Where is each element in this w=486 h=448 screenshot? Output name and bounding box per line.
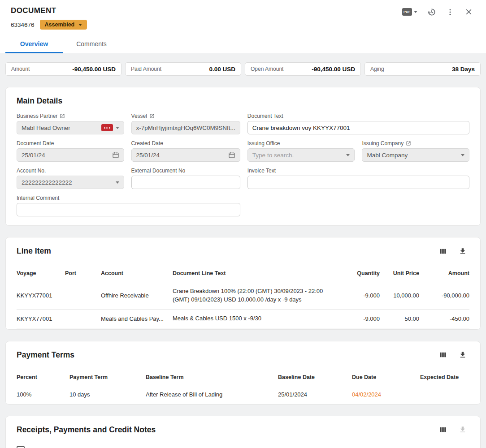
summary-card-aging: Aging 38 Days bbox=[364, 62, 481, 76]
business-partner-select[interactable]: Mabl Head Owner bbox=[17, 121, 124, 134]
col-due-date: Due Date bbox=[352, 364, 420, 386]
document-date-field: Document Date 25/01/24 bbox=[17, 140, 124, 162]
document-date-value: 25/01/24 bbox=[22, 152, 109, 159]
external-document-no-label: External Document No bbox=[131, 168, 186, 174]
download-button[interactable] bbox=[459, 351, 467, 359]
issuing-office-select: Type to search. bbox=[247, 148, 355, 162]
invoice-text-input[interactable] bbox=[247, 176, 469, 189]
payment-terms-row[interactable]: 100% 10 days After Release of Bill of La… bbox=[17, 386, 469, 403]
issuing-company-select: Mabl Company bbox=[362, 148, 469, 162]
download-button-disabled bbox=[459, 426, 467, 434]
column-settings-button[interactable] bbox=[439, 247, 447, 255]
download-icon bbox=[459, 351, 467, 359]
document-text-field: Document Text bbox=[247, 113, 469, 134]
pdf-icon: PDF bbox=[402, 8, 412, 16]
payment-terms-title: Payment Terms bbox=[17, 350, 74, 360]
col-document-line-text: Document Line Text bbox=[173, 260, 339, 282]
cell-payment-term: 10 days bbox=[69, 386, 146, 403]
summary-label: Paid Amount bbox=[131, 66, 161, 72]
business-partner-field: Business Partner Mabl Head Owner bbox=[17, 113, 124, 134]
issuing-office-placeholder: Type to search. bbox=[252, 152, 344, 159]
close-button[interactable] bbox=[464, 7, 473, 17]
external-link-icon[interactable] bbox=[60, 113, 65, 119]
col-expected-date: Expected Date bbox=[420, 364, 469, 386]
line-item-row[interactable]: KKYYX77001 Meals and Cables Pay... Meals… bbox=[17, 309, 469, 328]
vessel-input: x-7pMnHjyjimtxgHOq6WC0M9SNft... bbox=[131, 121, 240, 134]
cell-baseline-date: 25/01/2024 bbox=[278, 386, 352, 403]
issuing-company-field: Issuing Company Mabl Company bbox=[362, 140, 469, 162]
line-item-header-row: Voyage Port Account Document Line Text Q… bbox=[17, 260, 469, 282]
cell-amount: -450.00 bbox=[419, 309, 469, 328]
internal-comment-field: Internal Comment bbox=[17, 195, 240, 216]
document-text-input[interactable] bbox=[247, 121, 469, 134]
main-details-title: Main Details bbox=[17, 96, 469, 106]
summary-cards: Amount -90,450.00 USD Paid Amount 0.00 U… bbox=[5, 62, 481, 76]
columns-icon bbox=[439, 247, 447, 255]
document-text-label: Document Text bbox=[247, 113, 283, 119]
col-baseline-term: Baseline Term bbox=[146, 364, 278, 386]
document-date-input: 25/01/24 bbox=[17, 148, 124, 162]
receipts-section: Receipts, Payments and Credit Notes bbox=[5, 416, 481, 448]
tab-comments[interactable]: Comments bbox=[63, 35, 120, 53]
issuing-company-label: Issuing Company bbox=[362, 140, 404, 146]
document-date-label: Document Date bbox=[17, 140, 54, 146]
header-toolbar: PDF bbox=[402, 7, 475, 17]
document-body: Amount -90,450.00 USD Paid Amount 0.00 U… bbox=[0, 53, 486, 448]
col-amount: Amount bbox=[419, 260, 469, 282]
cell-quantity: -9.000 bbox=[339, 309, 380, 328]
column-settings-button[interactable] bbox=[439, 351, 447, 359]
account-no-value: 222222222222222 bbox=[22, 179, 113, 186]
page-title: DOCUMENT bbox=[11, 6, 56, 15]
history-icon bbox=[427, 8, 436, 17]
chevron-down-icon bbox=[116, 181, 119, 184]
download-icon bbox=[459, 426, 467, 434]
created-date-label: Created Date bbox=[131, 140, 163, 146]
tab-overview[interactable]: Overview bbox=[5, 35, 63, 53]
created-date-value: 25/01/24 bbox=[136, 152, 226, 159]
external-link-icon[interactable] bbox=[149, 113, 155, 119]
calendar-icon bbox=[228, 151, 235, 159]
cell-unit-price: 50.00 bbox=[380, 309, 419, 328]
summary-card-amount: Amount -90,450.00 USD bbox=[5, 62, 122, 76]
close-icon bbox=[464, 7, 473, 17]
summary-value: -90,450.00 USD bbox=[312, 66, 355, 73]
issuing-office-label: Issuing Office bbox=[247, 140, 280, 146]
col-select bbox=[17, 439, 87, 448]
columns-icon bbox=[439, 351, 447, 359]
external-link-icon[interactable] bbox=[406, 141, 411, 146]
account-no-label: Account No. bbox=[17, 168, 46, 174]
external-document-no-input[interactable] bbox=[131, 176, 240, 189]
vessel-label: Vessel bbox=[131, 113, 147, 119]
summary-label: Amount bbox=[11, 66, 30, 72]
history-button[interactable] bbox=[427, 8, 436, 17]
col-port: Port bbox=[65, 260, 101, 282]
col-document-no: Document No bbox=[87, 439, 193, 448]
more-vertical-icon bbox=[446, 8, 454, 16]
line-item-row[interactable]: KKYYX77001 Offhire Receivable Crane Brea… bbox=[17, 282, 469, 310]
summary-value: 38 Days bbox=[452, 66, 475, 73]
line-item-table: Voyage Port Account Document Line Text Q… bbox=[17, 260, 469, 328]
cell-document-line-text: Meals & Cables USD 1500 x -9/30 bbox=[173, 309, 339, 328]
download-icon bbox=[459, 247, 467, 255]
cell-account: Offhire Receivable bbox=[101, 282, 173, 310]
pdf-export-button[interactable]: PDF bbox=[402, 8, 417, 16]
business-partner-label: Business Partner bbox=[17, 113, 57, 119]
select-all-checkbox[interactable] bbox=[17, 446, 25, 448]
more-menu-button[interactable] bbox=[446, 8, 454, 16]
cell-quantity: -9.000 bbox=[339, 282, 380, 310]
account-no-select: 222222222222222 bbox=[17, 176, 124, 189]
column-settings-button[interactable] bbox=[439, 426, 447, 434]
summary-value: 0.00 USD bbox=[209, 66, 235, 73]
summary-value: -90,450.00 USD bbox=[72, 66, 116, 73]
col-voyage: Voyage bbox=[17, 260, 65, 282]
status-badge[interactable]: Assembled bbox=[40, 20, 87, 30]
col-unit-price: Unit Price bbox=[380, 260, 419, 282]
chevron-down-icon bbox=[346, 154, 350, 156]
internal-comment-input[interactable] bbox=[17, 203, 240, 216]
business-partner-value: Mabl Head Owner bbox=[22, 125, 99, 131]
payment-terms-table: Percent Payment Term Baseline Term Basel… bbox=[17, 364, 469, 403]
cell-voyage: KKYYX77001 bbox=[17, 282, 65, 310]
download-button[interactable] bbox=[459, 247, 467, 255]
cell-account: Meals and Cables Pay... bbox=[101, 309, 173, 328]
cell-unit-price: 10,000.00 bbox=[380, 282, 419, 310]
